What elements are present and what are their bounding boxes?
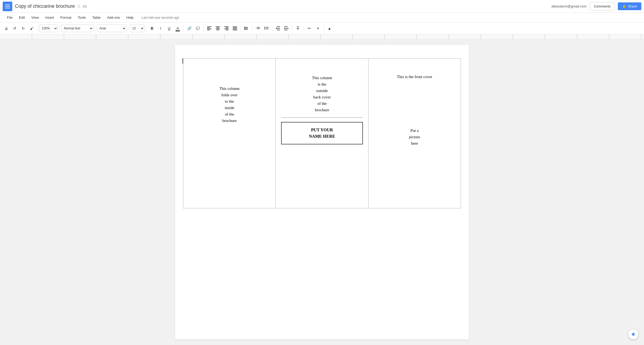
menu-insert[interactable]: Insert: [42, 14, 57, 21]
doc-title[interactable]: Copy of chiccarine brochure: [15, 3, 75, 9]
brochure-col2[interactable]: This columnis theoutsideback coverof the…: [276, 59, 368, 208]
toolbar: 🖨 ↺ ↻ 🖌 100% 75% 125% 150% Normal text H…: [0, 22, 644, 34]
brochure-col3[interactable]: This is the front cover Put apicturehere: [368, 59, 461, 208]
align-left-button[interactable]: [205, 24, 213, 32]
decrease-indent-button[interactable]: [274, 24, 282, 32]
line-spacing-button[interactable]: [242, 24, 250, 32]
menu-edit[interactable]: Edit: [16, 14, 28, 21]
zoom-select[interactable]: 100% 75% 125% 150%: [39, 25, 58, 32]
numbered-list-button[interactable]: 1.2.: [254, 24, 262, 32]
menu-format[interactable]: Format: [58, 14, 74, 21]
ruler-markings: [0, 34, 644, 39]
svg-rect-0: [207, 26, 211, 27]
menu-view[interactable]: View: [29, 14, 41, 21]
font-color-button[interactable]: A: [174, 24, 182, 32]
pencil-button[interactable]: ✏: [305, 24, 313, 32]
svg-rect-34: [285, 28, 289, 29]
font-color-label: A: [176, 26, 179, 30]
menu-help[interactable]: Help: [124, 14, 136, 21]
svg-point-26: [264, 28, 265, 29]
underline-button[interactable]: U: [165, 24, 173, 32]
svg-point-24: [264, 27, 265, 28]
name-box-line1: PUT YOUR: [311, 128, 333, 132]
menu-file[interactable]: File: [4, 14, 15, 21]
align-right-button[interactable]: [222, 24, 230, 32]
svg-rect-4: [216, 26, 220, 27]
svg-rect-5: [216, 28, 219, 28]
brochure-table: This columnfolds overto theinsideof theb…: [183, 58, 461, 208]
menu-addons[interactable]: Add-ons: [104, 14, 122, 21]
folder-icon[interactable]: 🗁: [83, 4, 87, 9]
bold-button[interactable]: B: [148, 24, 156, 32]
svg-rect-32: [284, 26, 288, 27]
increase-indent-button[interactable]: [282, 24, 290, 32]
font-select[interactable]: Arial Times New Roman Georgia Verdana: [97, 25, 126, 32]
toolbar-divider-4: [128, 25, 128, 32]
toolbar-divider-6: [183, 25, 184, 32]
svg-marker-29: [276, 28, 277, 29]
align-center-button[interactable]: [214, 24, 222, 32]
name-box[interactable]: PUT YOUR NAME HERE: [281, 122, 363, 144]
smart-compose-button[interactable]: [628, 329, 639, 340]
align-justify-button[interactable]: [231, 24, 239, 32]
svg-rect-21: [257, 27, 260, 28]
svg-rect-28: [277, 26, 280, 27]
font-color-indicator: [176, 30, 180, 31]
collapse-toolbar-button[interactable]: ▲: [325, 24, 333, 32]
svg-rect-6: [216, 29, 220, 29]
clear-formatting-button[interactable]: T̶: [294, 24, 302, 32]
svg-rect-14: [233, 29, 237, 29]
toolbar-divider-12: [304, 25, 304, 32]
svg-rect-3: [207, 30, 210, 30]
toolbar-divider-7: [203, 25, 204, 32]
more-tools-button[interactable]: ▾: [314, 24, 322, 32]
document-area[interactable]: This columnfolds overto theinsideof theb…: [0, 40, 644, 345]
share-lock-icon: 🔒: [622, 4, 626, 8]
svg-rect-8: [224, 26, 228, 27]
menu-bar: File Edit View Insert Format Tools Table…: [0, 13, 644, 22]
document-page: This columnfolds overto theinsideof theb…: [175, 45, 469, 340]
svg-rect-23: [257, 28, 260, 29]
bullet-list-button[interactable]: [262, 24, 270, 32]
insert-comment-button[interactable]: 💬: [194, 24, 202, 32]
svg-rect-30: [277, 28, 280, 29]
toolbar-divider-8: [240, 25, 241, 32]
toolbar-divider-10: [272, 25, 272, 32]
name-box-line2: NAME HERE: [309, 134, 335, 139]
svg-rect-2: [207, 29, 211, 29]
col2-divider: [281, 117, 363, 118]
font-size-select[interactable]: 12 8 10 14 18 24: [130, 25, 145, 32]
doc-title-area: Copy of chiccarine brochure ☆ 🗁: [15, 3, 552, 9]
comments-button[interactable]: Comments: [590, 2, 615, 10]
toolbar-divider-2: [60, 25, 60, 32]
print-button[interactable]: 🖨: [2, 24, 10, 32]
menu-tools[interactable]: Tools: [75, 14, 88, 21]
italic-button[interactable]: I: [157, 24, 165, 32]
col1-text: This columnfolds overto theinsideof theb…: [189, 85, 270, 124]
ruler: [0, 34, 644, 40]
star-icon[interactable]: ☆: [77, 4, 81, 9]
svg-marker-19: [244, 26, 245, 30]
col2-top-text: This columnis theoutsideback coverof the…: [281, 75, 363, 113]
svg-rect-17: [245, 28, 248, 29]
svg-rect-31: [277, 30, 280, 30]
svg-rect-25: [266, 27, 269, 28]
top-right-area: dlastutech@gmail.com Comments 🔒 Share: [552, 2, 641, 10]
user-email[interactable]: dlastutech@gmail.com: [552, 4, 587, 8]
svg-rect-15: [233, 30, 237, 30]
toolbar-divider-13: [324, 25, 324, 32]
svg-rect-7: [216, 30, 219, 30]
text-cursor: [183, 58, 183, 64]
paintformat-button[interactable]: 🖌: [28, 24, 36, 32]
redo-button[interactable]: ↻: [19, 24, 27, 32]
undo-button[interactable]: ↺: [11, 24, 19, 32]
insert-link-button[interactable]: 🔗: [185, 24, 193, 32]
svg-rect-12: [233, 26, 237, 27]
brochure-col1[interactable]: This columnfolds overto theinsideof theb…: [183, 59, 276, 208]
col3-picture-text: Put apicturehere: [374, 127, 455, 147]
text-style-select[interactable]: Normal text Heading 1 Heading 2 Heading …: [61, 25, 94, 32]
toolbar-divider-3: [95, 25, 95, 32]
share-button[interactable]: 🔒 Share: [618, 2, 641, 10]
app-menu-button[interactable]: [3, 2, 12, 11]
menu-table[interactable]: Table: [90, 14, 103, 21]
